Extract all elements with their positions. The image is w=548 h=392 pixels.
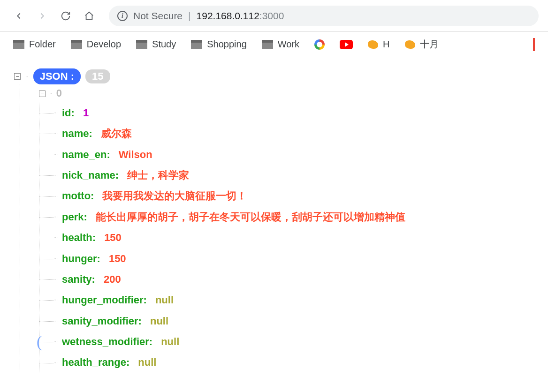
bookmark-cn[interactable]: 十月 [405, 38, 439, 51]
collapse-toggle[interactable]: − [14, 73, 21, 80]
overflow-indicator[interactable] [533, 38, 535, 51]
prop-hunger-modifier: ···hunger_modifier :null [62, 290, 534, 310]
object-properties: ( ···id :1 ···name :威尔森 ···name_en :Wils… [39, 103, 534, 373]
prop-hunger: ···hunger :150 [62, 249, 534, 269]
value-health: 150 [104, 232, 122, 244]
tree-dots: ·· [25, 73, 29, 80]
prop-sanity: ···sanity :200 [62, 269, 534, 290]
value-nick-name: 绅士，科学家 [127, 169, 189, 181]
home-button[interactable] [80, 7, 99, 25]
bookmark-folder[interactable]: Folder [13, 39, 56, 50]
prop-nick-name: ···nick_name :绅士，科学家 [62, 165, 534, 186]
browser-toolbar: i Not Secure | 192.168.0.112:3000 [0, 0, 548, 32]
value-sanity: 200 [104, 273, 121, 286]
value-wetness-modifier: null [161, 336, 179, 348]
tree-branch: − ·· 0 ( ···id :1 ···name :威尔森 ···name_e… [20, 84, 534, 373]
bookmark-work[interactable]: Work [262, 39, 299, 50]
bookmark-shopping[interactable]: Shopping [191, 39, 247, 50]
value-perk: 能长出厚厚的胡子，胡子在冬天可以保暖，刮胡子还可以增加精神值 [96, 211, 405, 223]
array-item-0: − ·· 0 [20, 84, 534, 102]
bookmark-develop[interactable]: Develop [71, 39, 121, 50]
back-button[interactable] [9, 7, 28, 25]
json-viewer: − ·· JSON : 15 − ·· 0 ( ···id :1 ···name… [0, 57, 548, 384]
youtube-icon [340, 40, 353, 49]
bookmark-study[interactable]: Study [136, 39, 176, 50]
json-root-badge[interactable]: JSON : [33, 68, 81, 84]
prop-name-en: ···name_en :Wilson [62, 144, 534, 165]
folder-icon [191, 40, 202, 49]
blob-icon [368, 40, 378, 49]
value-motto: 我要用我发达的大脑征服一切！ [102, 190, 247, 202]
prop-perk: ···perk :能长出厚厚的胡子，胡子在冬天可以保暖，刮胡子还可以增加精神值 [62, 207, 534, 227]
folder-icon [136, 40, 147, 49]
prop-health: ···health :150 [62, 227, 534, 248]
tree-dots: ·· [49, 90, 53, 97]
folder-icon [71, 40, 82, 49]
bookmark-youtube[interactable] [340, 40, 353, 49]
value-name: 威尔森 [101, 128, 132, 140]
prop-motto: ···motto :我要用我发达的大脑征服一切！ [62, 186, 534, 206]
info-icon[interactable]: i [117, 11, 128, 21]
blob-icon [405, 40, 415, 49]
prop-wetness-modifier: ···wetness_modifier :null [62, 332, 534, 352]
prop-health-range: ···health_range :null [62, 352, 534, 373]
value-health-range: null [138, 356, 156, 369]
value-hunger-modifier: null [155, 294, 174, 306]
prop-sanity-modifier: ···sanity_modifier :null [62, 311, 534, 332]
collapse-toggle[interactable]: − [39, 90, 46, 97]
prop-id: ···id :1 [62, 103, 534, 123]
value-hunger: 150 [109, 253, 126, 265]
google-icon [314, 39, 325, 50]
tree: − ·· 0 ( ···id :1 ···name :威尔森 ···name_e… [17, 84, 534, 373]
bookmark-google[interactable] [314, 39, 325, 50]
value-sanity-modifier: null [150, 315, 168, 327]
array-index: 0 [56, 87, 62, 99]
bookmark-h[interactable]: H [368, 39, 389, 50]
address-bar[interactable]: i Not Secure | 192.168.0.112:3000 [109, 6, 539, 26]
reload-button[interactable] [56, 7, 75, 25]
divider: | [188, 10, 190, 22]
bookmarks-bar: Folder Develop Study Shopping Work H 十月 [0, 32, 548, 57]
count-badge: 15 [85, 69, 110, 83]
prop-name: ···name :威尔森 [62, 123, 534, 144]
security-status: Not Secure [133, 10, 183, 22]
url-text: 192.168.0.112:3000 [197, 10, 284, 22]
forward-button[interactable] [33, 7, 52, 25]
folder-icon [13, 40, 24, 49]
value-name-en: Wilson [119, 149, 152, 161]
value-id: 1 [83, 107, 89, 119]
folder-icon [262, 40, 273, 49]
root-node: − ·· JSON : 15 [14, 68, 534, 84]
